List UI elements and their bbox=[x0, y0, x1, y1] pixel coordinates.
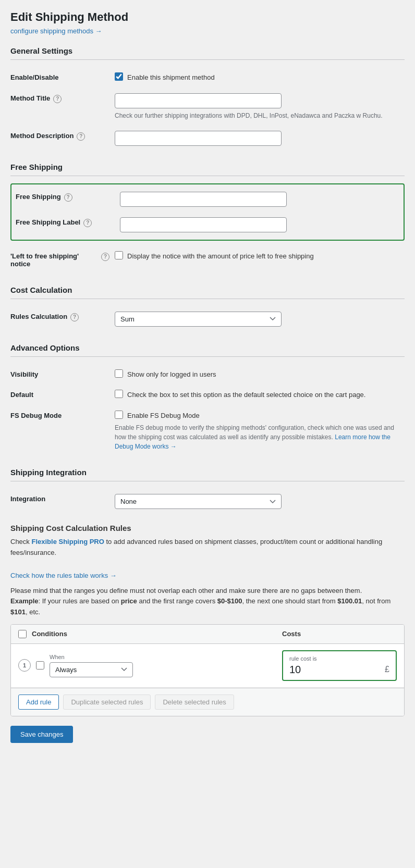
delete-rules-button[interactable]: Delete selected rules bbox=[155, 695, 234, 710]
left-to-free-help-icon[interactable]: ? bbox=[101, 253, 109, 261]
conditions-header: Conditions bbox=[32, 630, 277, 638]
free-shipping-title: Free Shipping bbox=[10, 163, 405, 176]
default-checkbox-label: Check the box to set this option as the … bbox=[127, 390, 365, 400]
rules-calculation-select[interactable]: Sum Max Min bbox=[115, 312, 282, 327]
select-all-rules-checkbox[interactable] bbox=[18, 630, 27, 638]
fs-debug-checkbox-label: Enable FS Debug Mode bbox=[127, 411, 200, 421]
fs-debug-row: Enable FS Debug Mode bbox=[115, 411, 405, 421]
rules-notice: Please mind that the ranges you define m… bbox=[10, 586, 405, 618]
method-title-description: Check our further shipping integrations … bbox=[115, 111, 405, 120]
default-checkbox[interactable] bbox=[115, 390, 123, 398]
method-description-help-icon[interactable]: ? bbox=[77, 132, 85, 141]
rules-table-wrapper: Conditions Costs 1 When Always Cart weig… bbox=[10, 624, 405, 716]
check-rules-link[interactable]: Check how the rules table works → bbox=[10, 572, 117, 579]
rule-cost-label: rule cost is bbox=[289, 655, 389, 662]
currency-symbol: £ bbox=[385, 665, 389, 674]
save-changes-button[interactable]: Save changes bbox=[10, 726, 73, 743]
rule-row-checkbox[interactable] bbox=[36, 661, 44, 669]
default-label: Default bbox=[10, 391, 33, 399]
left-to-free-label: 'Left to free shipping' notice bbox=[10, 252, 98, 268]
cost-calc-rules-section: Shipping Cost Calculation Rules Check Fl… bbox=[10, 524, 405, 716]
flexible-shipping-link[interactable]: Flexible Shipping PRO bbox=[31, 538, 104, 545]
left-to-free-row: Display the notice with the amount of pr… bbox=[115, 251, 405, 262]
method-description-label: Method Description bbox=[10, 132, 74, 140]
cost-value: 10 bbox=[289, 664, 301, 676]
visibility-label: Visibility bbox=[10, 370, 38, 378]
costs-header: Costs bbox=[282, 630, 397, 638]
advanced-options-title: Advanced Options bbox=[10, 343, 405, 357]
default-row: Check the box to set this option as the … bbox=[115, 390, 405, 400]
duplicate-rules-button[interactable]: Duplicate selected rules bbox=[63, 695, 151, 710]
save-section: Save changes bbox=[10, 726, 405, 743]
rule-conditions: When Always Cart weight Cart subtotal bbox=[50, 654, 277, 677]
configure-link[interactable]: configure shipping methods → bbox=[10, 27, 102, 35]
method-title-help-icon[interactable]: ? bbox=[53, 95, 62, 103]
cost-calculation-title: Cost Calculation bbox=[10, 286, 405, 299]
free-shipping-label: Free Shipping bbox=[16, 193, 61, 201]
visibility-row: Show only for logged in users bbox=[115, 369, 405, 380]
left-to-free-checkbox-label: Display the notice with the amount of pr… bbox=[127, 251, 314, 262]
when-label: When bbox=[50, 654, 277, 660]
shipping-integration-title: Shipping Integration bbox=[10, 468, 405, 481]
page-title: Edit Shipping Method bbox=[10, 10, 405, 24]
condition-select[interactable]: Always Cart weight Cart subtotal bbox=[50, 662, 133, 677]
fs-debug-description: Enable FS debug mode to verify the shipp… bbox=[115, 423, 405, 451]
integration-label: Integration bbox=[10, 495, 45, 503]
rules-intro: Check Flexible Shipping PRO to add advan… bbox=[10, 537, 405, 559]
rules-calculation-label: Rules Calculation bbox=[10, 313, 67, 320]
cost-box: rule cost is 10 £ bbox=[282, 650, 397, 681]
enable-disable-checkbox-label: Enable this shipment method bbox=[127, 72, 215, 83]
rule-costs: rule cost is 10 £ bbox=[282, 650, 397, 681]
visibility-checkbox-label: Show only for logged in users bbox=[127, 369, 216, 380]
rules-actions: Add rule Duplicate selected rules Delete… bbox=[11, 688, 404, 716]
cost-value-row: 10 £ bbox=[289, 664, 389, 676]
fs-debug-label: FS Debug Mode bbox=[10, 412, 62, 419]
fs-debug-checkbox[interactable] bbox=[115, 411, 123, 419]
enable-disable-row: Enable this shipment method bbox=[115, 72, 405, 83]
table-row: 1 When Always Cart weight Cart subtotal … bbox=[11, 644, 404, 688]
visibility-checkbox[interactable] bbox=[115, 369, 123, 378]
rule-number: 1 bbox=[18, 659, 31, 672]
free-shipping-help-icon[interactable]: ? bbox=[64, 193, 72, 202]
free-shipping-input[interactable]: 200 bbox=[120, 192, 287, 207]
free-shipping-label-input[interactable]: FREE SHIPPING bbox=[120, 217, 287, 232]
enable-disable-checkbox[interactable] bbox=[115, 72, 123, 81]
method-description-input[interactable] bbox=[115, 131, 282, 146]
integration-select[interactable]: None bbox=[115, 494, 282, 509]
method-title-input[interactable]: Flat rate bbox=[115, 93, 282, 108]
general-settings-title: General Settings bbox=[10, 46, 405, 60]
left-to-free-checkbox[interactable] bbox=[115, 251, 123, 259]
enable-disable-label: Enable/Disable bbox=[10, 73, 58, 81]
free-shipping-label-label: Free Shipping Label bbox=[16, 218, 80, 226]
rules-table-header: Conditions Costs bbox=[11, 625, 404, 644]
method-title-label: Method Title bbox=[10, 94, 50, 102]
free-shipping-label-help-icon[interactable]: ? bbox=[83, 219, 92, 227]
rules-calculation-help-icon[interactable]: ? bbox=[70, 313, 79, 321]
cost-calc-rules-title: Shipping Cost Calculation Rules bbox=[10, 524, 405, 532]
add-rule-button[interactable]: Add rule bbox=[18, 695, 59, 710]
